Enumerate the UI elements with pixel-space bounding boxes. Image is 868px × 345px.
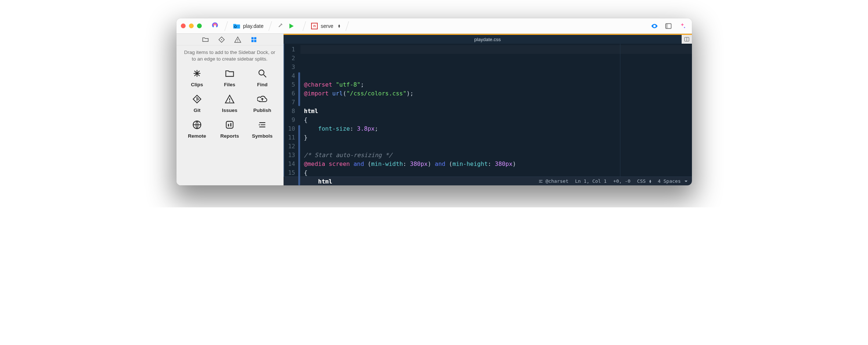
dock-item-label: Reports bbox=[220, 133, 239, 139]
dock-item-files[interactable]: Files bbox=[214, 68, 246, 87]
editor-filename: playdate.css bbox=[474, 37, 501, 42]
dock-item-label: Publish bbox=[254, 108, 271, 113]
remote-icon bbox=[192, 120, 202, 131]
dock-item-git[interactable]: Git bbox=[181, 94, 214, 113]
dock-item-label: Git bbox=[194, 108, 201, 113]
assistant-button[interactable] bbox=[679, 22, 686, 30]
svg-point-14 bbox=[259, 70, 264, 75]
dock-item-clips[interactable]: Clips bbox=[181, 68, 214, 87]
chevron-up-down-icon: ▲▼ bbox=[338, 24, 341, 28]
window-controls bbox=[181, 23, 202, 28]
code-area[interactable]: @charset "utf-8";@import url("/css/color… bbox=[300, 44, 692, 177]
titlebar: play.date n serve ▲▼ bbox=[176, 18, 692, 34]
publish-icon bbox=[257, 94, 267, 105]
files-icon bbox=[225, 68, 235, 80]
dock-item-label: Remote bbox=[188, 133, 206, 139]
svg-point-17 bbox=[198, 99, 199, 100]
project-name: play.date bbox=[243, 23, 264, 29]
svg-rect-22 bbox=[226, 121, 233, 128]
sidebar: Drag items to add to the Sidebar Dock, o… bbox=[176, 34, 284, 185]
dock-item-issues[interactable]: Issues bbox=[214, 94, 246, 113]
svg-point-25 bbox=[259, 124, 260, 126]
svg-rect-24 bbox=[230, 123, 231, 127]
current-line-highlight bbox=[300, 45, 692, 54]
svg-point-20 bbox=[229, 101, 230, 102]
build-button[interactable] bbox=[277, 22, 284, 30]
preview-button[interactable] bbox=[651, 22, 658, 30]
svg-rect-13 bbox=[254, 40, 256, 42]
svg-point-9 bbox=[237, 41, 238, 42]
reports-icon bbox=[225, 120, 235, 131]
svg-point-7 bbox=[221, 39, 222, 40]
sidebar-tab-issues[interactable] bbox=[234, 36, 241, 43]
editor-header: playdate.css bbox=[284, 35, 692, 44]
symbols-icon bbox=[257, 120, 267, 131]
gutter: 12345678910111213141516 bbox=[284, 44, 298, 177]
task-selector[interactable]: n serve ▲▼ bbox=[306, 18, 346, 34]
editor-pane: playdate.css 12345678910111213141516 @ch… bbox=[284, 34, 692, 185]
run-controls bbox=[272, 18, 303, 34]
svg-point-16 bbox=[196, 97, 198, 99]
svg-rect-11 bbox=[254, 37, 256, 39]
svg-rect-6 bbox=[665, 23, 668, 28]
app-logo-tab[interactable] bbox=[205, 18, 225, 34]
svg-rect-12 bbox=[251, 40, 254, 42]
npm-icon: n bbox=[311, 23, 318, 29]
panels-button[interactable] bbox=[665, 22, 672, 30]
project-tab[interactable]: play.date bbox=[228, 18, 269, 34]
dock-item-label: Issues bbox=[222, 108, 237, 113]
sidebar-hint: Drag items to add to the Sidebar Dock, o… bbox=[176, 46, 283, 67]
dock-item-label: Find bbox=[257, 82, 268, 87]
sidebar-tab-git[interactable] bbox=[218, 36, 225, 43]
svg-rect-23 bbox=[228, 124, 229, 127]
dock-item-label: Files bbox=[224, 82, 236, 87]
folder-gear-icon bbox=[233, 23, 240, 29]
run-button[interactable] bbox=[287, 22, 295, 30]
git-icon bbox=[192, 94, 202, 105]
right-margin-guide bbox=[620, 44, 620, 177]
dock-item-remote[interactable]: Remote bbox=[181, 120, 214, 139]
sidebar-tab-files[interactable] bbox=[202, 36, 209, 43]
nova-logo-icon bbox=[211, 22, 219, 30]
dock-item-symbols[interactable]: Symbols bbox=[246, 120, 279, 139]
clips-icon bbox=[192, 68, 202, 80]
task-name: serve bbox=[321, 23, 333, 29]
app-window: play.date n serve ▲▼ bbox=[176, 18, 692, 185]
fold-marker[interactable] bbox=[298, 143, 300, 177]
dock-item-find[interactable]: Find bbox=[246, 68, 279, 87]
dock-item-label: Symbols bbox=[252, 133, 273, 139]
code-editor[interactable]: 12345678910111213141516 @charset "utf-8"… bbox=[284, 44, 692, 177]
find-icon bbox=[257, 68, 267, 80]
split-editor-button[interactable] bbox=[682, 35, 692, 44]
issues-icon bbox=[225, 94, 235, 105]
sidebar-tab-dock[interactable] bbox=[250, 36, 258, 43]
zoom-window-button[interactable] bbox=[197, 23, 202, 28]
dock-item-reports[interactable]: Reports bbox=[214, 120, 246, 139]
dock-grid: ClipsFilesFindGitIssuesPublishRemoteRepo… bbox=[176, 67, 283, 143]
svg-rect-10 bbox=[251, 37, 254, 39]
dock-item-publish[interactable]: Publish bbox=[246, 94, 279, 113]
minimize-window-button[interactable] bbox=[189, 23, 194, 28]
svg-line-15 bbox=[264, 75, 266, 77]
fold-marker[interactable] bbox=[298, 72, 300, 106]
dock-item-label: Clips bbox=[191, 82, 203, 87]
sidebar-tabs bbox=[176, 34, 283, 46]
close-window-button[interactable] bbox=[181, 23, 186, 28]
